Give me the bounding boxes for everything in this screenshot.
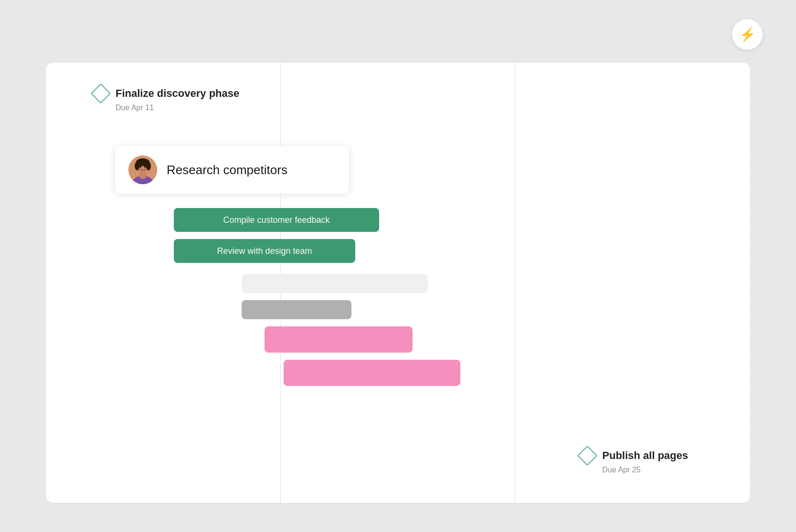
milestone-publish-diamond: [577, 446, 597, 466]
milestone-publish-title: Publish all pages: [602, 449, 688, 462]
lightning-icon: ⚡: [739, 27, 756, 42]
avatar: [128, 156, 157, 184]
task-research-title: Research competitors: [167, 163, 287, 177]
milestone-finalize-header: Finalize discovery phase: [94, 86, 239, 101]
gantt-card: Finalize discovery phase Due Apr 11: [45, 62, 751, 503]
lightning-button[interactable]: ⚡: [732, 19, 763, 50]
placeholder-bar-gray: [242, 300, 351, 319]
grid-line-2: [515, 63, 515, 503]
svg-point-8: [144, 166, 146, 168]
svg-point-5: [135, 162, 139, 170]
task-compile-label: Compile customer feedback: [223, 215, 329, 225]
task-research-card[interactable]: Research competitors: [115, 146, 349, 194]
placeholder-bar-white: [242, 274, 428, 293]
task-compile-bar[interactable]: Compile customer feedback: [174, 208, 379, 232]
milestone-finalize: Finalize discovery phase Due Apr 11: [94, 86, 239, 112]
milestone-publish-header: Publish all pages: [580, 449, 688, 463]
task-review-bar[interactable]: Review with design team: [174, 239, 355, 263]
milestone-finalize-title: Finalize discovery phase: [116, 87, 239, 100]
svg-point-6: [146, 162, 151, 170]
milestone-finalize-due: Due Apr 11: [116, 104, 239, 112]
milestone-publish-due: Due Apr 25: [602, 466, 688, 474]
milestone-publish: Publish all pages Due Apr 25: [580, 449, 688, 474]
svg-point-7: [139, 166, 141, 168]
pink-bar-1: [265, 326, 413, 353]
pink-bar-2: [284, 360, 460, 386]
milestone-finalize-diamond: [91, 83, 111, 104]
task-review-label: Review with design team: [217, 246, 312, 256]
